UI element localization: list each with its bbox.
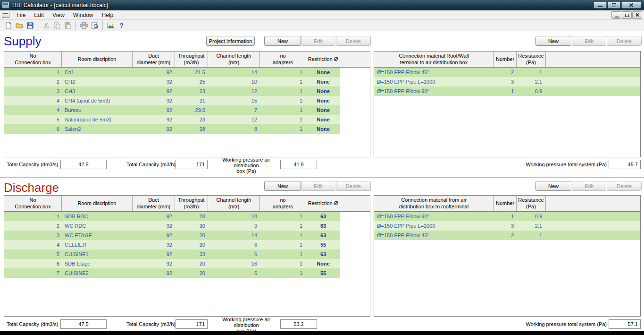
discharge-connection-material-table: Connection material from air distributio… [374,195,641,317]
total-capacity-m3h-label: Total Capacity (m3/h) [126,160,176,169]
mdi-close-button[interactable] [632,11,642,19]
print-icon [80,22,88,29]
table-cell: 6 [208,240,260,249]
supply-material-edit-button[interactable]: Edit [572,36,606,46]
table-cell: 21 [175,96,208,105]
column-header: Throughput (m3/h) [175,196,208,211]
menu-edit[interactable]: Edit [30,10,48,20]
maximize-button[interactable] [608,1,620,9]
supply-new-button[interactable]: New [264,36,301,46]
table-row[interactable]: 7CUISINE292206155 [4,268,340,278]
save-button[interactable] [25,20,35,31]
supply-material-delete-button[interactable]: Delete [607,36,642,46]
table-cell: 2.1 [517,221,546,231]
table-row[interactable]: 4Bureau9229.571None [4,105,340,115]
table-cell: 6 [208,249,260,259]
table-cell: 63 [306,212,340,221]
supply-panel: Supply Project information New Edit Dele… [0,31,644,177]
table-cell: Salon2 [62,124,133,134]
table-cell: 3 [4,86,62,96]
table-row[interactable]: 6SDB Etage9220161None [4,259,340,268]
table-row[interactable]: Ø=150 EPP Pipe L=100032.1 [374,77,640,86]
table-cell: None [306,96,340,105]
column-header: Number [494,52,517,67]
table-cell: 6 [4,259,62,268]
supply-edit-button[interactable]: Edit [301,36,335,46]
table-cell: Ø=150 EPP Pipe L=1000 [374,77,494,86]
table-row[interactable]: 4CH4 (ajout de 5m3)9221151None [4,96,340,105]
table-row[interactable]: Ø=150 EPP Pipe L=100032.1 [374,221,640,231]
new-file-button[interactable] [3,20,14,31]
print-button[interactable] [78,20,89,31]
table-row[interactable]: 6Salon2922881None [4,124,340,134]
mdi-restore-button[interactable] [622,11,632,19]
discharge-material-edit-button[interactable]: Edit [572,181,606,191]
discharge-new-button[interactable]: New [264,181,301,191]
discharge-edit-button[interactable]: Edit [301,181,335,191]
help-button[interactable]: ? [116,20,127,31]
table-row[interactable]: 2CH29225101None [4,77,340,86]
copy-button[interactable] [51,20,62,31]
table-cell: None [306,105,340,115]
table-row[interactable]: 1SDB RDC922810163 [4,212,340,221]
table-row[interactable]: 3WC ETAGE922014163 [4,231,340,240]
table-cell: None [306,86,340,96]
menu-file[interactable]: File [12,10,30,20]
table-cell: CELLIER [62,240,133,249]
discharge-delete-button[interactable]: Delete [336,181,371,191]
table-cell: 6 [208,268,260,278]
menu-window[interactable]: Window [69,10,98,20]
table-row[interactable]: Ø=150 EPP Elbow 90°10.9 [374,212,640,221]
bottom-strip [0,331,644,335]
table-cell: 92 [133,115,175,124]
table-row[interactable]: 1Ch19221.5141None [4,68,340,77]
table-row[interactable]: Ø=150 EPP Elbow 45°21 [374,231,640,240]
paste-button[interactable] [62,20,73,31]
discharge-material-delete-button[interactable]: Delete [607,181,642,191]
mdi-minimize-button[interactable] [611,11,621,19]
menu-help[interactable]: Help [98,10,118,20]
cut-button[interactable] [41,20,51,31]
project-information-button[interactable]: Project information [206,36,255,46]
window-controls [594,1,641,9]
table-row[interactable]: 4CELLIER92206155 [4,240,340,249]
table-cell: None [306,68,340,77]
table-cell: 9 [208,221,260,231]
table-cell: Ch1 [62,68,133,77]
close-button[interactable] [621,1,641,9]
supply-material-new-button[interactable]: New [535,36,571,46]
discharge-material-new-button[interactable]: New [535,181,571,191]
menu-view[interactable]: View [48,10,69,20]
table-header-row: No Connection boxRoom discriptionDuct di… [4,196,370,212]
table-cell: 55 [306,268,340,278]
working-pressure-box-label: Working pressure air distribution box (P… [213,157,279,174]
save-icon [26,22,34,29]
print-preview-button[interactable] [89,20,100,31]
table-row[interactable]: 5Salon(ajout de 5m3)9223121None [4,115,340,124]
table-cell: 1 [260,124,306,134]
table-cell: 14 [208,231,260,240]
table-cell: Ø=150 EPP Elbow 45° [374,68,494,77]
table-cell: None [306,124,340,134]
table-row[interactable]: 5CUISINE192336163 [4,249,340,259]
app-icon [2,2,9,9]
open-button[interactable] [14,20,25,31]
minimize-button[interactable] [594,1,607,9]
table-cell: 92 [133,86,175,96]
table-row[interactable]: 3CH39223121None [4,86,340,96]
table-cell: CH2 [62,77,133,86]
table-cell: 8 [208,124,260,134]
window-title: HB+Calculator - [calcul martial.hbcalc] [12,2,108,9]
column-header: no adapters [260,196,306,211]
table-row[interactable]: Ø=150 EPP Elbow 45°21 [374,68,640,77]
table-cell: CUISINE1 [62,249,133,259]
table-row[interactable]: Ø=150 EPP Elbow 90°10.9 [374,86,640,96]
minimize-icon [598,6,602,7]
table-row[interactable]: 2WC RDC92309163 [4,221,340,231]
supply-delete-button[interactable]: Delete [336,36,371,46]
print-preview-icon [91,22,99,29]
image-button[interactable] [105,20,116,31]
table-cell: 3 [494,221,517,231]
table-cell: 4 [4,240,62,249]
table-cell: 1 [260,259,306,268]
